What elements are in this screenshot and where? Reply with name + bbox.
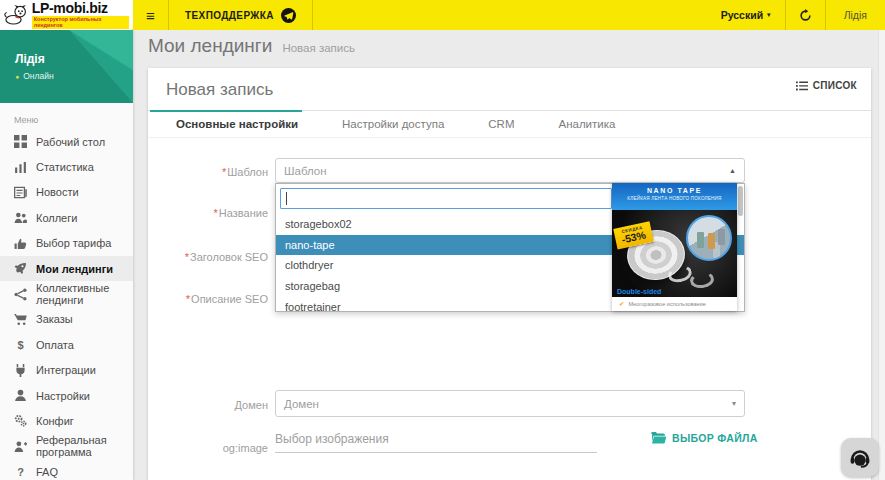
- logo[interactable]: LP-mobi.biz Конструктор мобильных лендин…: [0, 0, 133, 30]
- folder-icon: [651, 432, 666, 444]
- domain-select-placeholder: Домен: [284, 398, 732, 410]
- chevron-down-icon: ▾: [767, 11, 771, 19]
- user-menu[interactable]: Лідія: [825, 0, 885, 30]
- sidebar-item-tariff[interactable]: Выбор тарифа: [0, 231, 133, 256]
- tape-loop-graphic: [689, 270, 715, 289]
- logo-title: LP-mobi.biz: [32, 1, 129, 15]
- user-name-label: Лідія: [844, 9, 867, 21]
- sidebar-item-label: Коллеги: [36, 212, 77, 224]
- og-image-field-label: og:image: [148, 442, 268, 454]
- sidebar-item-label: Новости: [36, 186, 79, 198]
- sidebar-item-payment[interactable]: $ Оплата: [0, 332, 133, 357]
- sidebar-item-label: FAQ: [36, 466, 58, 478]
- page-scrollbar[interactable]: [878, 30, 885, 480]
- online-dot-icon: ●: [15, 73, 19, 80]
- sidebar-toggle-button[interactable]: ≡: [133, 0, 169, 30]
- caret-down-icon: ▾: [732, 399, 736, 408]
- question-icon: ?: [14, 466, 27, 478]
- tab-crm[interactable]: CRM: [472, 111, 530, 137]
- template-preview-thumbnail[interactable]: NANO TAPE КЛЕЙКАЯ ЛЕНТА НОВОГО ПОКОЛЕНИЯ…: [612, 183, 737, 311]
- main-content: Мои лендинги Новая запись Новая запись С…: [133, 30, 885, 480]
- tab-analytics[interactable]: Аналитика: [542, 111, 631, 137]
- refresh-icon: [799, 9, 812, 22]
- sidebar-item-label: Настройки: [36, 390, 90, 402]
- sidebar-item-label: Заказы: [36, 313, 73, 325]
- sidebar-user-panel: Лідія ● Онлайн: [0, 30, 133, 103]
- template-select[interactable]: Шаблон ▲: [275, 158, 745, 183]
- og-image-input[interactable]: [275, 426, 597, 453]
- support-chat-button[interactable]: [841, 438, 879, 477]
- sidebar-item-label: Коллективные лендинги: [36, 282, 133, 306]
- seo-description-field-label: *Описание SEO: [148, 293, 268, 305]
- template-select-placeholder: Шаблон: [284, 165, 729, 177]
- sidebar-item-label: Рабочий стол: [36, 136, 105, 148]
- preview-feature-label: Многоразовое использование: [628, 301, 705, 307]
- caret-up-icon: ▲: [729, 167, 736, 174]
- language-selector[interactable]: Русский ▾: [707, 0, 785, 30]
- seo-title-field-label: *Заголовок SEO: [148, 251, 268, 263]
- top-bar: LP-mobi.biz Конструктор мобильных лендин…: [0, 0, 885, 30]
- file-picker-button[interactable]: ВЫБОР ФАЙЛА: [651, 432, 758, 444]
- sidebar-item-settings[interactable]: Настройки: [0, 383, 133, 408]
- headset-icon: [848, 446, 872, 470]
- sidebar-item-label: Интеграции: [36, 364, 96, 376]
- support-label: ТЕХПОДДЕРЖКА: [185, 10, 274, 21]
- hamburger-icon: ≡: [146, 7, 155, 24]
- sidebar-item-config[interactable]: Конфиг: [0, 408, 133, 433]
- sidebar-item-label: Оплата: [36, 339, 74, 351]
- sidebar-item-my-landings[interactable]: Мои лендинги: [0, 256, 133, 281]
- dashboard-icon: [14, 135, 27, 148]
- cart-icon: [14, 313, 27, 326]
- list-icon: [796, 81, 808, 91]
- page-title: Мои лендинги: [148, 35, 272, 57]
- thumbs-up-icon: [14, 237, 27, 250]
- sidebar-item-label: Выбор тарифа: [36, 237, 111, 249]
- sidebar-item-collective-landings[interactable]: Коллективные лендинги: [0, 281, 133, 306]
- form-card: Новая запись СПИСОК Основные настройки Н…: [148, 68, 871, 480]
- sidebar-item-news[interactable]: Новости: [0, 180, 133, 205]
- dollar-icon: $: [14, 339, 27, 351]
- list-button-label: СПИСОК: [813, 80, 857, 91]
- domain-select[interactable]: Домен ▾: [275, 390, 745, 417]
- sidebar-item-statistics[interactable]: Статистика: [0, 154, 133, 179]
- sidebar-item-colleagues[interactable]: Коллеги: [0, 205, 133, 230]
- preview-caption: Double-sided: [617, 288, 661, 295]
- sidebar-item-integrations[interactable]: Интеграции: [0, 358, 133, 383]
- sidebar-item-referral[interactable]: Реферальная программа: [0, 434, 133, 459]
- domain-field-label: Домен: [148, 399, 268, 411]
- sidebar-user-name: Лідія: [15, 52, 133, 66]
- dog-logo-icon: [4, 3, 29, 27]
- card-title: Новая запись: [166, 80, 273, 100]
- news-icon: [14, 186, 27, 199]
- gears-icon: [14, 414, 27, 427]
- share-icon: [14, 288, 27, 301]
- check-icon: ✔: [619, 300, 624, 308]
- breadcrumb: Новая запись: [282, 38, 355, 54]
- sidebar-item-label: Статистика: [36, 161, 94, 173]
- name-field-label: *Название: [148, 207, 268, 219]
- online-status-label: Онлайн: [23, 71, 53, 81]
- refresh-button[interactable]: [785, 0, 825, 30]
- user-icon: [14, 389, 27, 402]
- preview-title: NANO TAPE: [612, 187, 737, 194]
- tab-main-settings[interactable]: Основные настройки: [160, 111, 314, 137]
- stats-icon: [14, 161, 27, 174]
- support-button[interactable]: ТЕХПОДДЕРЖКА: [169, 0, 313, 30]
- page-header: Мои лендинги Новая запись: [133, 30, 885, 62]
- sidebar-item-faq[interactable]: ? FAQ: [0, 459, 133, 480]
- tab-access-settings[interactable]: Настройки доступа: [326, 111, 460, 137]
- telegram-icon: [281, 8, 296, 23]
- sidebar: Лідія ● Онлайн Меню Рабочий стол Статист…: [0, 30, 133, 480]
- list-button[interactable]: СПИСОК: [796, 80, 857, 91]
- preview-header: NANO TAPE КЛЕЙКАЯ ЛЕНТА НОВОГО ПОКОЛЕНИЯ: [612, 183, 737, 210]
- dropdown-scrollbar[interactable]: [738, 186, 743, 309]
- plug-icon: [14, 364, 27, 377]
- preview-inset-photo: [686, 215, 732, 261]
- rocket-icon: [14, 262, 27, 275]
- colleagues-icon: [14, 211, 27, 224]
- dropdown-search-input[interactable]: [280, 188, 612, 209]
- menu-section-label: Меню: [0, 103, 133, 129]
- sidebar-item-dashboard[interactable]: Рабочий стол: [0, 129, 133, 154]
- preview-product-image: СКИДКА -53% Double-sided: [612, 210, 737, 297]
- sidebar-item-orders[interactable]: Заказы: [0, 307, 133, 332]
